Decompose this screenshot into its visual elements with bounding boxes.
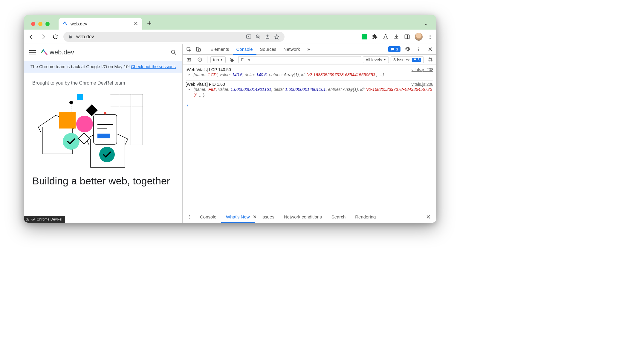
logo-mark-icon xyxy=(41,49,48,56)
svg-point-6 xyxy=(430,38,431,39)
hero-illustration xyxy=(32,94,146,172)
banner-text: The Chrome team is back at Google I/O on… xyxy=(30,64,131,69)
svg-point-5 xyxy=(430,36,431,37)
svg-rect-19 xyxy=(59,112,76,129)
log-levels-selector[interactable]: All levels▼ xyxy=(363,56,389,63)
browser-window: web.dev ✕ + ⌄ web.dev xyxy=(24,15,436,223)
share-icon[interactable] xyxy=(265,34,270,39)
context-selector[interactable]: top▼ xyxy=(210,56,226,63)
console-output[interactable]: [Web Vitals] LCP 140.50vitals.js:208{nam… xyxy=(183,65,436,211)
filter-input[interactable] xyxy=(238,56,361,63)
svg-rect-3 xyxy=(405,35,409,39)
console-source-link[interactable]: vitals.js:208 xyxy=(412,67,433,72)
inspect-element-icon[interactable] xyxy=(184,45,193,54)
drawer-tab-search[interactable]: Search xyxy=(327,211,351,223)
favicon-icon xyxy=(63,21,68,26)
site-logo[interactable]: web.dev xyxy=(41,48,74,56)
preserve-log-icon[interactable] xyxy=(227,55,236,64)
console-entry-header: [Web Vitals] FID 1.60 xyxy=(186,82,225,87)
kebab-menu-icon[interactable] xyxy=(427,34,433,39)
announcement-banner: The Chrome team is back at Google I/O on… xyxy=(24,61,182,73)
console-object[interactable]: {name: 'FID', value: 1.6000000014901161,… xyxy=(186,87,433,98)
badge-text: Chrome DevRel xyxy=(37,217,62,221)
devtools-panel: ElementsConsoleSourcesNetwork » 3 ✕ top▼ xyxy=(182,44,436,223)
extension-green-icon[interactable] xyxy=(362,34,367,39)
console-source-link[interactable]: vitals.js:208 xyxy=(412,82,433,87)
side-panel-icon[interactable] xyxy=(404,34,410,40)
toggle-sidebar-icon[interactable] xyxy=(184,55,193,64)
svg-point-4 xyxy=(430,35,431,36)
svg-point-13 xyxy=(69,101,73,104)
address-bar[interactable]: web.dev xyxy=(63,32,285,42)
drawer-tab-close-icon[interactable]: ✕ xyxy=(253,214,257,220)
by-badge[interactable]: By Chrome DevRel xyxy=(24,216,65,223)
site-search-icon[interactable] xyxy=(170,49,177,56)
new-tab-button[interactable]: + xyxy=(142,19,156,30)
devtools-settings-icon[interactable] xyxy=(403,45,412,54)
svg-point-37 xyxy=(418,48,419,48)
console-entry[interactable]: [Web Vitals] LCP 140.50vitals.js:208{nam… xyxy=(186,66,433,81)
maximize-window-button[interactable] xyxy=(45,22,50,26)
extensions-icon[interactable] xyxy=(372,34,378,40)
svg-point-21 xyxy=(63,133,80,150)
drawer-close-icon[interactable]: ✕ xyxy=(423,213,434,221)
drawer-tab-network-conditions[interactable]: Network conditions xyxy=(279,211,327,223)
issues-button[interactable]: 3 Issues: 3 xyxy=(391,56,424,63)
minimize-window-button[interactable] xyxy=(38,22,42,26)
hamburger-icon[interactable] xyxy=(29,50,36,54)
svg-rect-0 xyxy=(69,36,72,38)
drawer-tab-what-s-new[interactable]: What's New xyxy=(221,211,255,223)
bookmark-star-icon[interactable] xyxy=(274,34,280,40)
svg-point-44 xyxy=(189,216,190,217)
drawer-tab-rendering[interactable]: Rendering xyxy=(350,211,380,223)
console-entry-header: [Web Vitals] LCP 140.50 xyxy=(186,67,231,72)
console-entry[interactable]: [Web Vitals] FID 1.60vitals.js:208{name:… xyxy=(186,81,433,101)
back-button[interactable] xyxy=(27,33,35,41)
svg-point-39 xyxy=(418,50,419,51)
clear-console-icon[interactable] xyxy=(195,55,204,64)
rendered-page: web.dev The Chrome team is back at Googl… xyxy=(24,44,182,223)
drawer-tab-issues[interactable]: Issues xyxy=(257,211,279,223)
omnibox-text: web.dev xyxy=(76,34,94,39)
devtools-kebab-icon[interactable] xyxy=(414,45,423,54)
downloads-icon[interactable] xyxy=(393,34,399,40)
svg-rect-15 xyxy=(77,94,83,100)
drawer-tab-console[interactable]: Console xyxy=(195,211,221,223)
content-split: web.dev The Chrome team is back at Googl… xyxy=(24,44,436,223)
devtools-tab-elements[interactable]: Elements xyxy=(207,44,233,55)
device-toggle-icon[interactable] xyxy=(194,45,203,54)
devtools-tab-console[interactable]: Console xyxy=(233,44,256,55)
devtools-close-icon[interactable]: ✕ xyxy=(426,45,435,54)
forward-button[interactable] xyxy=(39,33,47,41)
chrome-icon xyxy=(31,218,35,221)
site-header: web.dev xyxy=(24,44,182,61)
devtools-tab-sources[interactable]: Sources xyxy=(256,44,280,55)
omnibox-actions xyxy=(246,34,280,40)
console-object[interactable]: {name: 'LCP', value: 140.5, delta: 140.5… xyxy=(186,72,433,78)
devtools-tab-network[interactable]: Network xyxy=(280,44,304,55)
reload-button[interactable] xyxy=(51,33,59,41)
messages-pill[interactable]: 3 xyxy=(388,46,400,52)
close-tab-icon[interactable]: ✕ xyxy=(134,20,138,27)
devtools-drawer: ConsoleWhat's New✕IssuesNetwork conditio… xyxy=(183,211,436,223)
svg-point-38 xyxy=(418,49,419,50)
drawer-kebab-icon[interactable] xyxy=(185,212,194,221)
svg-point-33 xyxy=(33,219,34,220)
by-label: By xyxy=(26,218,30,221)
browser-tab[interactable]: web.dev ✕ xyxy=(59,18,142,30)
svg-point-42 xyxy=(231,59,233,61)
console-prompt[interactable]: › xyxy=(186,101,433,109)
profile-avatar[interactable] xyxy=(415,33,423,41)
svg-point-45 xyxy=(189,218,190,218)
zoom-out-icon[interactable] xyxy=(255,34,261,40)
svg-point-20 xyxy=(76,116,93,132)
banner-link[interactable]: Check out the sessions xyxy=(131,64,176,69)
svg-point-27 xyxy=(104,112,106,114)
tab-overflow-icon[interactable]: ⌄ xyxy=(419,21,433,30)
devtools-tab-bar: ElementsConsoleSourcesNetwork » 3 ✕ xyxy=(183,44,436,55)
install-icon[interactable] xyxy=(246,34,252,40)
more-tabs-icon[interactable]: » xyxy=(304,45,313,54)
labs-flask-icon[interactable] xyxy=(383,34,389,40)
close-window-button[interactable] xyxy=(31,22,35,26)
console-settings-icon[interactable] xyxy=(426,55,435,64)
